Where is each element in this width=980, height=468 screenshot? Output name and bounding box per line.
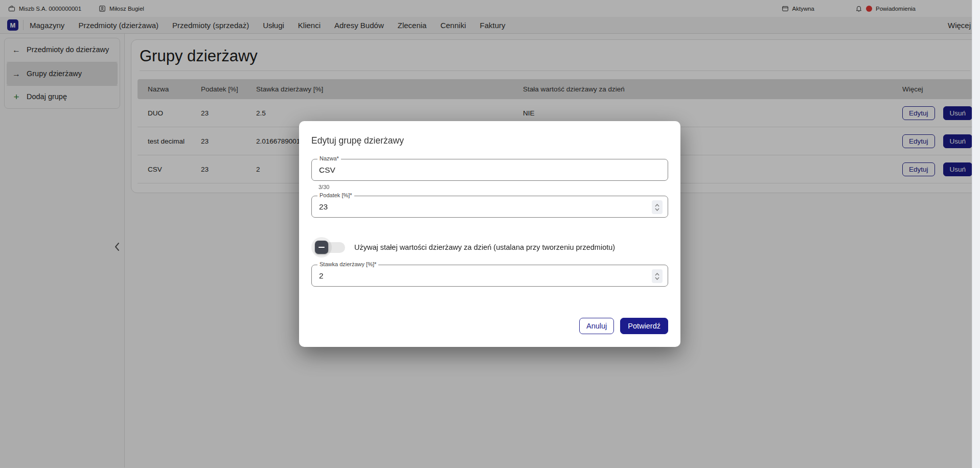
confirm-button[interactable]: Potwierdź: [620, 318, 668, 334]
tax-number-stepper[interactable]: [652, 200, 663, 214]
chevron-up-icon: [655, 273, 659, 276]
tax-field-label: Podatek [%]*: [317, 192, 354, 198]
name-field: Nazwa*: [311, 159, 668, 181]
name-input[interactable]: [312, 159, 639, 180]
rate-field-label: Stawka dzierżawy [%]*: [317, 261, 378, 267]
cancel-button[interactable]: Anuluj: [579, 318, 614, 334]
chevron-down-icon: [655, 277, 659, 280]
chevron-down-icon: [655, 208, 659, 211]
tax-field: Podatek [%]*: [311, 196, 668, 218]
switch-thumb: [315, 241, 328, 254]
rate-field: Stawka dzierżawy [%]*: [311, 265, 668, 287]
rate-input[interactable]: [312, 265, 639, 286]
edit-group-dialog: Edytuj grupę dzierżawy Nazwa* 3/30 Podat…: [299, 121, 680, 347]
dialog-actions: Anuluj Potwierdź: [579, 318, 668, 334]
name-char-counter: 3/30: [318, 184, 668, 190]
rate-number-stepper[interactable]: [652, 269, 663, 283]
toggle-label: Używaj stałej wartości dzierżawy za dzie…: [354, 243, 615, 251]
switch-minus-icon: [318, 247, 325, 248]
tax-input[interactable]: [312, 196, 639, 217]
name-field-label: Nazwa*: [317, 155, 341, 161]
dialog-title: Edytuj grupę dzierżawy: [311, 135, 668, 146]
page-scrollbar[interactable]: [972, 0, 980, 468]
fixed-value-switch[interactable]: [311, 237, 348, 258]
fixed-value-toggle-row: Używaj stałej wartości dzierżawy za dzie…: [311, 237, 668, 258]
chevron-up-icon: [655, 204, 659, 207]
